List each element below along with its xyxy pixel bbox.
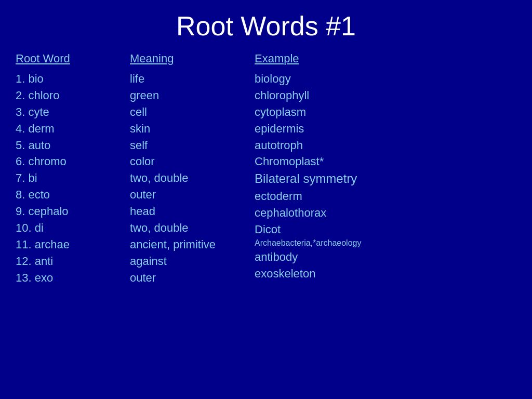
example-10: Dicot	[255, 221, 516, 238]
root-word-4: 4. derm	[16, 121, 125, 137]
meaning-8: outer	[130, 187, 249, 203]
root-word-11: 11. archae	[16, 236, 125, 253]
example-column: Example biology chlorophyll cytoplasm ep…	[255, 52, 516, 389]
meaning-11: ancient, primitive	[130, 236, 249, 253]
meaning-3: cell	[130, 104, 249, 121]
content-area: Root Word 1. bio 2. chloro 3. cyte 4. de…	[16, 52, 516, 389]
example-6: Chromoplast*	[255, 153, 516, 170]
page-title: Root Words #1	[16, 10, 516, 42]
meaning-column: Meaning life green cell skin self color …	[130, 52, 255, 389]
meaning-13: outer	[130, 270, 249, 286]
meaning-4: skin	[130, 121, 249, 137]
root-word-13: 13. exo	[16, 270, 125, 286]
root-word-1: 1. bio	[16, 71, 125, 87]
root-word-5: 5. auto	[16, 137, 125, 154]
example-5: autotroph	[255, 137, 516, 154]
meaning-7: two, double	[130, 170, 249, 187]
root-word-9: 9. cephalo	[16, 203, 125, 220]
root-word-7: 7. bi	[16, 170, 125, 187]
meaning-header: Meaning	[130, 52, 249, 65]
example-7: Bilateral symmetry	[255, 170, 516, 188]
example-11: Archaebacteria,*archaeology	[255, 238, 516, 249]
root-word-header: Root Word	[16, 52, 125, 65]
example-2: chlorophyll	[255, 87, 516, 104]
page-container: Root Words #1 Root Word 1. bio 2. chloro…	[0, 0, 532, 399]
meaning-12: against	[130, 253, 249, 270]
root-word-12: 12. anti	[16, 253, 125, 270]
meaning-6: color	[130, 153, 249, 170]
meaning-9: head	[130, 203, 249, 220]
example-1: biology	[255, 71, 516, 87]
meaning-10: two, double	[130, 220, 249, 236]
example-3: cytoplasm	[255, 104, 516, 121]
meaning-5: self	[130, 137, 249, 154]
example-12: antibody	[255, 249, 516, 265]
root-word-10: 10. di	[16, 220, 125, 236]
meaning-2: green	[130, 87, 249, 104]
root-word-6: 6. chromo	[16, 153, 125, 170]
example-13: exoskeleton	[255, 265, 516, 282]
root-word-3: 3. cyte	[16, 104, 125, 121]
root-word-8: 8. ecto	[16, 187, 125, 203]
example-header: Example	[255, 52, 516, 65]
example-4: epidermis	[255, 121, 516, 137]
root-word-column: Root Word 1. bio 2. chloro 3. cyte 4. de…	[16, 52, 130, 389]
root-word-2: 2. chloro	[16, 87, 125, 104]
example-9: cephalothorax	[255, 205, 516, 221]
example-8: ectoderm	[255, 188, 516, 205]
meaning-1: life	[130, 71, 249, 87]
